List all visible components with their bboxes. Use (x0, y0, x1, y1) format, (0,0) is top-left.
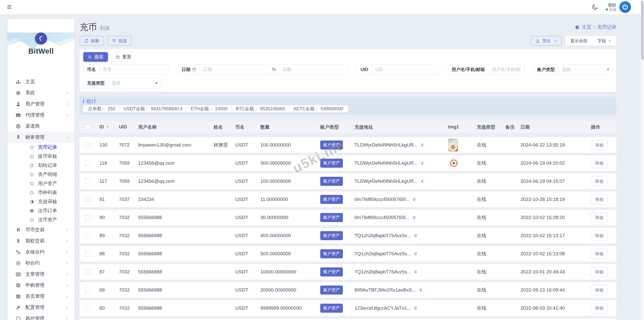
coin-name-input[interactable] (100, 64, 169, 75)
audit-button[interactable]: 审核 (591, 194, 608, 204)
uid-cell: 7032 (115, 287, 134, 293)
select-all-checkbox[interactable] (85, 124, 90, 130)
row-checkbox[interactable] (85, 288, 90, 293)
coin-cell: USDT (231, 215, 256, 220)
row-checkbox[interactable] (85, 269, 90, 275)
sidebar-subitem[interactable]: 法币资产 (8, 215, 74, 224)
sidebar-item[interactable]: 用户管理 (8, 98, 74, 110)
sidebar-item[interactable]: 渠道商 (8, 121, 74, 132)
date-from-input[interactable] (200, 64, 268, 75)
row-checkbox[interactable] (85, 306, 90, 311)
sidebar-item[interactable]: 秒合约 (8, 258, 74, 269)
sidebar-subitem[interactable]: 划转记录 (8, 161, 74, 170)
sort-asc-icon[interactable] (106, 125, 109, 129)
statistics-values: 总单数：292USDT金额：95417958840.4ETH金额：10000BT… (83, 105, 348, 113)
scrollbar[interactable] (640, 0, 644, 320)
circle-o-icon (16, 316, 21, 320)
sidebar-item[interactable]: 系统 (8, 87, 74, 98)
stat-item: ETH金额：10000 (186, 106, 231, 112)
dark-mode-moon-icon[interactable] (592, 4, 598, 10)
expand-address-icon[interactable] (420, 161, 425, 166)
sidebar-subitem[interactable]: 充值审核 (8, 197, 74, 206)
filter-button[interactable]: 筛选 (107, 36, 132, 46)
sidebar-subitem[interactable]: 提币审核 (8, 152, 74, 161)
expand-address-icon[interactable] (420, 143, 425, 148)
select-all-cell (80, 124, 95, 130)
sidebar-item[interactable]: 风控管理 (8, 313, 74, 320)
date-label: 日期 (178, 64, 200, 75)
sidebar-item[interactable]: 永续合约 (8, 246, 74, 258)
sidebar-subitem[interactable]: 资产明细 (8, 170, 74, 179)
sidebar-subitem[interactable]: 法币订单 (8, 206, 74, 215)
address-cell: 0m79df69ccc45005765f... (350, 197, 444, 202)
sidebar-subitem[interactable]: 币种列表 (8, 188, 74, 197)
date-to-input[interactable] (279, 64, 348, 75)
sidebar-subitem[interactable]: 充币记录 (8, 143, 74, 152)
show-all-button[interactable]: 显示全部 (565, 36, 592, 46)
account-type-select[interactable]: 选择 (558, 64, 613, 75)
row-checkbox[interactable] (85, 179, 90, 184)
sidebar-item[interactable]: $财务管理 (8, 132, 74, 143)
date-cell: 2022-10-01 20:49:43 (516, 269, 587, 275)
refresh-button[interactable]: 刷新 (80, 36, 104, 46)
row-checkbox[interactable] (85, 251, 90, 257)
account-type-label: 账户类型 (534, 64, 558, 75)
recharge-type-select[interactable]: 选择 (108, 78, 161, 88)
audit-button[interactable]: 审核 (591, 212, 608, 223)
export-button[interactable]: 导出 (531, 36, 562, 46)
row-checkbox[interactable] (85, 143, 90, 148)
audit-button[interactable]: 审核 (591, 303, 608, 313)
breadcrumb-home[interactable]: 主页 (582, 24, 591, 30)
sidebar-item[interactable]: 主页 (8, 76, 74, 87)
expand-address-icon[interactable] (413, 233, 418, 238)
expand-address-icon[interactable] (413, 252, 418, 256)
fields-button[interactable]: 字段 (592, 36, 616, 46)
hamburger-menu-icon[interactable] (6, 5, 13, 10)
expand-address-icon[interactable] (412, 197, 417, 202)
audit-button[interactable]: 审核 (591, 249, 608, 259)
avatar[interactable] (619, 1, 631, 13)
sidebar-item[interactable]: B期权交易 (8, 235, 74, 246)
audit-button[interactable]: 审核 (591, 140, 608, 150)
coin-cell: USDT (231, 287, 256, 293)
uid-input[interactable] (372, 64, 439, 75)
sidebar-item[interactable]: 配置管理 (8, 302, 74, 313)
scrollbar-thumb[interactable] (641, 1, 643, 60)
sidebar-item-label: 风控管理 (25, 315, 66, 320)
column-header: 备注 (501, 124, 516, 130)
row-checkbox[interactable] (85, 161, 90, 166)
audit-button[interactable]: 审核 (591, 231, 608, 241)
expand-address-icon[interactable] (413, 306, 418, 311)
sidebar-item[interactable]: B币币交易 (8, 224, 74, 235)
audit-button[interactable]: 审核 (591, 285, 608, 295)
sidebar-item[interactable]: 申购管理 (8, 280, 74, 291)
sidebar-item[interactable]: 首页管理 (8, 291, 74, 302)
audit-button[interactable]: 审核 (591, 158, 608, 168)
date-to-label: To (268, 64, 279, 75)
reset-button[interactable]: 重置 (111, 52, 136, 62)
account-type-cell: 账户资产 (316, 213, 350, 222)
sidebar-subitem[interactable]: 用户资产 (8, 179, 74, 188)
deposit-proof-image[interactable] (448, 138, 458, 152)
user-name: 發財 (606, 3, 616, 8)
expand-address-icon[interactable] (420, 179, 425, 184)
amount-cell: 400.00000000 (256, 233, 316, 238)
deposit-proof-image[interactable] (448, 157, 460, 169)
username-cell: 555666888 (134, 287, 210, 293)
row-checkbox[interactable] (85, 197, 90, 202)
audit-button[interactable]: 审核 (591, 176, 608, 186)
username-input[interactable] (489, 64, 524, 75)
audit-button[interactable]: 审核 (591, 267, 608, 277)
user-menu[interactable]: 發財 在线 (606, 1, 631, 13)
sidebar-item[interactable]: 代理管理 (8, 110, 74, 121)
sidebar-item[interactable]: 文章管理 (8, 269, 74, 280)
expand-address-icon[interactable] (418, 288, 423, 293)
expand-address-icon[interactable] (413, 270, 418, 274)
coin-cell: USDT (231, 179, 256, 184)
row-checkbox[interactable] (85, 233, 90, 238)
sidebar-item-label: 币币交易 (25, 227, 66, 233)
circle-icon (30, 182, 34, 186)
row-checkbox[interactable] (85, 215, 90, 220)
expand-address-icon[interactable] (412, 215, 417, 220)
search-button[interactable]: 搜索 (83, 52, 108, 62)
